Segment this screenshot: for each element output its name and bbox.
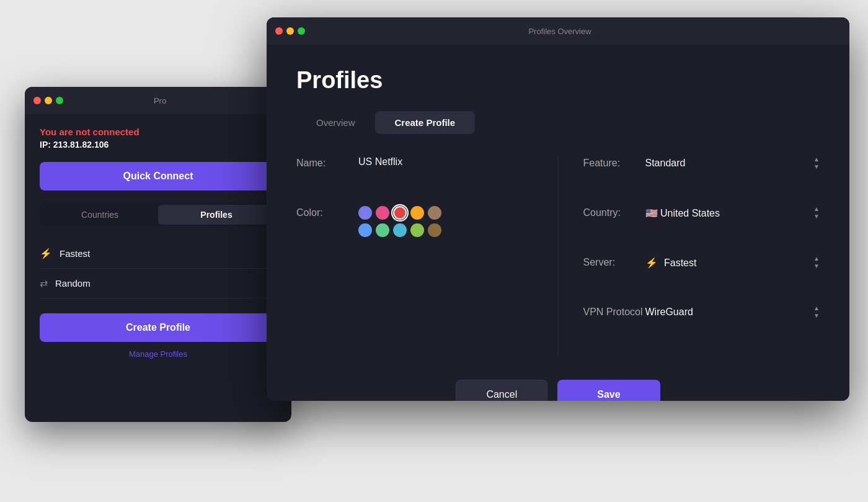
country-row: Country: 🇺🇸 United States ▲ ▼ xyxy=(583,206,820,236)
fg-close-button[interactable] xyxy=(275,27,283,35)
country-stepper[interactable]: ▲ ▼ xyxy=(813,206,820,220)
stepper-down-icon[interactable]: ▼ xyxy=(813,213,820,220)
profile-fastest-label: Fastest xyxy=(60,248,90,259)
tab-create-profile[interactable]: Create Profile xyxy=(375,111,476,134)
feature-stepper[interactable]: ▲ ▼ xyxy=(813,156,820,170)
fg-traffic-lights xyxy=(275,27,305,35)
color-row: Color: xyxy=(296,206,533,237)
form-right: Feature: Standard ▲ ▼ Country: 🇺🇸 xyxy=(558,156,820,355)
cancel-button[interactable]: Cancel xyxy=(456,380,547,401)
create-profile-button[interactable]: Create Profile xyxy=(40,313,277,342)
feature-value-group: Standard ▲ ▼ xyxy=(645,156,820,170)
country-value-group: 🇺🇸 United States ▲ ▼ xyxy=(645,206,820,220)
color-swatch-lime[interactable] xyxy=(410,223,424,237)
bg-titlebar: Pro xyxy=(25,87,291,114)
name-value: US Netflix xyxy=(358,156,533,168)
bg-content: You are not connected IP: 213.81.82.106 … xyxy=(25,114,291,371)
bg-window-title: Pro xyxy=(68,96,252,105)
profile-list: ⚡ Fastest ⇄ Random xyxy=(40,239,277,298)
feature-label: Feature: xyxy=(583,156,645,169)
feature-row: Feature: Standard ▲ ▼ xyxy=(583,156,820,186)
country-label: Country: xyxy=(583,206,645,218)
country-flag: 🇺🇸 xyxy=(645,208,658,218)
lightning-icon: ⚡ xyxy=(40,248,52,259)
name-row: Name: US Netflix xyxy=(296,156,533,186)
stepper-up-icon[interactable]: ▲ xyxy=(813,156,820,163)
list-item[interactable]: ⚡ Fastest xyxy=(40,239,277,269)
color-swatches xyxy=(358,206,441,237)
tab-overview[interactable]: Overview xyxy=(296,111,375,134)
quick-connect-button[interactable]: Quick Connect xyxy=(40,162,277,190)
fg-content: Profiles Overview Create Profile Name: U… xyxy=(267,45,849,401)
page-title: Profiles xyxy=(296,67,820,94)
profiles-overview-window: Profiles Overview Profiles Overview Crea… xyxy=(267,17,849,401)
fg-minimize-button[interactable] xyxy=(286,27,294,35)
color-label: Color: xyxy=(296,206,358,218)
server-label: Server: xyxy=(583,256,645,268)
vpn-protocol-stepper[interactable]: ▲ ▼ xyxy=(813,305,820,319)
color-swatch-lightblue[interactable] xyxy=(358,223,372,237)
form-layout: Name: US Netflix Color: xyxy=(296,156,820,355)
fg-titlebar: Profiles Overview xyxy=(267,17,849,45)
traffic-lights xyxy=(33,97,63,104)
ip-display: IP: 213.81.82.106 xyxy=(40,140,277,150)
fg-window-title: Profiles Overview xyxy=(310,27,810,36)
color-swatch-red[interactable] xyxy=(393,206,407,220)
random-icon: ⇄ xyxy=(40,277,48,289)
vpn-protocol-value: WireGuard xyxy=(645,307,814,318)
feature-value: Standard xyxy=(645,158,814,169)
country-value: 🇺🇸 United States xyxy=(645,207,814,219)
stepper-up-icon[interactable]: ▲ xyxy=(813,305,820,312)
list-item[interactable]: ⇄ Random xyxy=(40,269,277,298)
vpn-protocol-label: VPN Protocol xyxy=(583,305,645,318)
color-swatch-pink[interactable] xyxy=(376,206,389,220)
stepper-down-icon[interactable]: ▼ xyxy=(813,313,820,319)
main-tabs: Countries Profiles xyxy=(40,203,277,226)
connection-status: You are not connected xyxy=(40,127,277,137)
fg-tabs: Overview Create Profile xyxy=(296,111,820,134)
tab-profiles[interactable]: Profiles xyxy=(158,205,275,225)
minimize-button[interactable] xyxy=(45,97,52,104)
vpn-protocol-row: VPN Protocol WireGuard ▲ ▼ xyxy=(583,305,820,335)
profile-random-label: Random xyxy=(55,278,91,289)
color-swatch-brown[interactable] xyxy=(428,206,441,220)
form-actions: Cancel Save xyxy=(296,380,820,401)
server-lightning-icon: ⚡ xyxy=(645,258,658,268)
server-value: ⚡ Fastest xyxy=(645,257,814,269)
stepper-down-icon[interactable]: ▼ xyxy=(813,164,820,170)
form-left: Name: US Netflix Color: xyxy=(296,156,558,355)
vpn-protocol-value-group: WireGuard ▲ ▼ xyxy=(645,305,820,319)
background-window: Pro You are not connected IP: 213.81.82.… xyxy=(25,87,291,422)
color-swatch-darkbrown[interactable] xyxy=(428,223,441,237)
server-value-group: ⚡ Fastest ▲ ▼ xyxy=(645,256,820,269)
color-swatch-green[interactable] xyxy=(376,223,389,237)
server-stepper[interactable]: ▲ ▼ xyxy=(813,256,820,269)
stepper-up-icon[interactable]: ▲ xyxy=(813,206,820,212)
color-swatch-orange[interactable] xyxy=(410,206,424,220)
tab-countries[interactable]: Countries xyxy=(42,205,158,225)
name-label: Name: xyxy=(296,156,358,169)
stepper-up-icon[interactable]: ▲ xyxy=(813,256,820,262)
color-swatch-teal[interactable] xyxy=(393,223,407,237)
fg-maximize-button[interactable] xyxy=(298,27,305,35)
stepper-down-icon[interactable]: ▼ xyxy=(813,263,820,269)
server-row: Server: ⚡ Fastest ▲ ▼ xyxy=(583,256,820,285)
close-button[interactable] xyxy=(33,97,41,104)
save-button[interactable]: Save xyxy=(557,380,660,401)
manage-profiles-link[interactable]: Manage Profiles xyxy=(40,349,277,359)
color-swatch-blue[interactable] xyxy=(358,206,372,220)
maximize-button[interactable] xyxy=(56,97,63,104)
